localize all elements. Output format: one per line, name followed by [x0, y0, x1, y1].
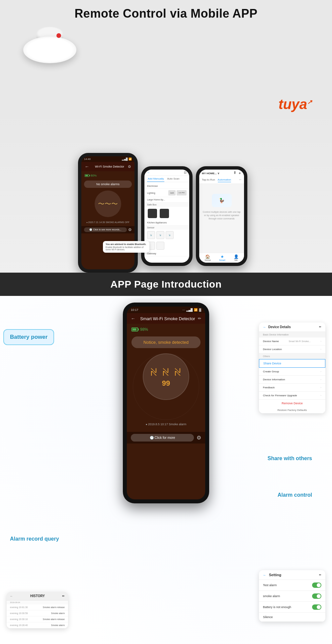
alarm-panel-silence[interactable]: Silence [259, 613, 325, 622]
phone2-safebox-devices [144, 207, 189, 220]
phone3-more-icon[interactable]: ··· [239, 178, 241, 182]
device-panel-device-info[interactable]: Device Information › [259, 376, 325, 384]
main-gear-icon[interactable]: ⚙ [197, 435, 201, 441]
phone2-back-icon[interactable]: ← [147, 171, 150, 174]
phone-frame-left: 14:40 ▂▄█ 📶 ← Wi-Fi Smoke Detector ⚙ 80% [78, 153, 138, 273]
phone3-nav-home-label: Home [205, 259, 211, 261]
phone2-safebox-label: Safe Box [144, 202, 189, 207]
phone2-large-home-label: Large Home Ap... [147, 198, 165, 201]
phone2-electrician-label: Electrician [147, 185, 158, 187]
phone3-tab-tapto[interactable]: Tap-to-Run [202, 178, 215, 182]
phone3-nav-home[interactable]: 🏠 Home [205, 254, 211, 261]
device-panel-remove-device[interactable]: Remove Device [259, 400, 325, 407]
phone2-list: Electrician Lighting Lock Lock PRO Large… [144, 182, 189, 258]
history-back-icon[interactable]: ← [10, 594, 13, 598]
main-clock-icon: 🕐 [150, 436, 155, 440]
alarm-panel-battery-toggle[interactable] [312, 604, 321, 610]
main-click-more-btn[interactable]: 🕐 Click for more [131, 434, 194, 442]
device-panel-firmware[interactable]: Check for Firmware Upgrade › [259, 392, 325, 400]
main-edit-icon[interactable]: ✏ [198, 316, 201, 321]
main-circle-area: ꋊꋊꋊ 99 [127, 353, 205, 420]
alarm-panel-edit-icon[interactable]: ✏ [319, 574, 321, 577]
main-phone-title: Smart Wi-Fi Smoke Detector [137, 316, 198, 321]
phone2-gateway-label: Gateway [147, 252, 156, 255]
top-title: Remote Control via Mobile APP [0, 0, 332, 21]
sensor-other-2 [156, 242, 164, 250]
phone3-nav-me-label: Me [234, 259, 238, 261]
phone1-more-records-btn[interactable]: 🕐 Click to see more records... [84, 227, 127, 232]
phone3-tab-auto[interactable]: Automation [218, 178, 231, 182]
device-panel-create-group-text: Create Group [263, 370, 279, 373]
phone2-tabs: Add Manually Auto Scan [144, 176, 189, 182]
main-notice-box: Notice, smoke detected [131, 336, 201, 348]
alarm-panel-smoke-toggle[interactable] [312, 593, 321, 599]
history-panel: ← HISTORY ✏ 2019-08-04 evening 19:81:30 … [7, 592, 68, 628]
phone3-nav-smart[interactable]: ★ Smart [219, 254, 225, 261]
phone1-battery-percent: 80% [91, 174, 97, 177]
device-panel-name-chevron[interactable]: › [320, 340, 321, 343]
phone3-nav-me[interactable]: 👤 Me [234, 254, 239, 261]
device-panel-header: ← Device Details ✏ [259, 322, 325, 332]
alarm-control-label: Alarm control [278, 492, 312, 498]
device-panel-feedback[interactable]: Feedback › [259, 384, 325, 392]
phone1-header: ← Wi-Fi Smoke Detector ⚙ [81, 162, 134, 171]
bluetooth-notif-body: Enable Bluetooth to facilitate addition … [106, 246, 147, 251]
bottom-title-bar: APP Page Introduction [0, 273, 332, 296]
device-panel-create-group[interactable]: Create Group › [259, 368, 325, 376]
device-panel-remove-text: Remove Device [282, 402, 303, 405]
battery-power-annotation: Battery power [3, 329, 54, 345]
phone1-back-icon[interactable]: ← [85, 164, 89, 169]
tuya-brand-text: tuya [279, 96, 307, 112]
alarm-panel-test-toggle[interactable] [312, 582, 321, 588]
device-panel-edit-icon[interactable]: ✏ [319, 325, 321, 328]
alarm-panel-test-text: Test alarm [263, 583, 277, 587]
alarm-panel-battery-text: Battery is not enough [263, 605, 291, 609]
main-battery-percent: 98% [140, 327, 148, 332]
main-battery-row: 98% [127, 324, 205, 334]
alarm-panel-battery[interactable]: Battery is not enough [259, 602, 325, 613]
phone1-statusbar: 14:40 ▂▄█ 📶 [81, 156, 134, 162]
device-panel-restore[interactable]: Restore Factory Defaults [259, 407, 325, 413]
history-event-4: evening 19:28:40 Smoke alarm [10, 624, 65, 626]
phone2-kitchen-item[interactable]: Kitchen Appliances [144, 220, 189, 225]
tuya-wifi-icon: ↗ [307, 99, 312, 105]
phone1-battery-fill [85, 175, 88, 176]
phone3-header: MY HOME... ∨ ⇧ ＋ [199, 170, 244, 177]
device-panel-share-device[interactable]: Share Device [259, 359, 325, 368]
phone3-upload-icon[interactable]: ⇧ [233, 171, 236, 176]
phone2-large-home-item[interactable]: Large Home Ap... [144, 197, 189, 202]
main-signal-dots: ··· [182, 308, 185, 312]
phone1-settings-icon[interactable]: ⚙ [128, 165, 131, 169]
main-back-icon[interactable]: ← [131, 316, 135, 321]
main-phone-screen: 10:17 ··· ▂▄█ 📶 ▓ ← Smart Wi-Fi Smoke De… [127, 307, 205, 499]
phone2-gateway-item[interactable]: Gateway [144, 251, 189, 256]
phone1-timestamp-text: 2020.7.21 14:39 SMOKE ALARMS OFF [88, 221, 129, 223]
main-content-area: Battery power 10:17 ··· ▂▄█ 📶 ▓ [0, 296, 332, 644]
phone2-lighting-devices: Lock Lock PRO [168, 190, 187, 195]
alarm-panel-smoke-alarm[interactable]: smoke alarm [259, 591, 325, 602]
main-click-more-text: Click for more [155, 436, 175, 440]
device-panel-feedback-text: Feedback [263, 386, 275, 389]
main-phone-status-icons: ··· ▂▄█ 📶 ▓ [182, 308, 201, 312]
phone3-plus-icon[interactable]: ＋ [238, 171, 241, 176]
history-time-4: evening 19:28:40 [10, 624, 28, 626]
phone1-battery-row: 80% [81, 171, 134, 179]
history-time-2: evening 19:30:59 [10, 612, 28, 614]
phone2-electrician-item[interactable]: Electrician [144, 184, 189, 189]
top-section: Remote Control via Mobile APP tuya↗ 14:4… [0, 0, 332, 273]
phone2-tab-scan[interactable]: Auto Scan [166, 176, 180, 182]
main-battery-icon [131, 327, 138, 331]
phone2-lighting-item[interactable]: Lighting Lock Lock PRO [144, 189, 189, 197]
phone2-tab-add[interactable]: Add Manually [147, 176, 164, 182]
device-panel-location-label: Device Location [263, 348, 282, 351]
alarm-panel-header: ← Setting ✏ [259, 570, 325, 580]
device-panel-location-row[interactable]: Device Location › [259, 345, 325, 353]
alarm-panel-test-alarm[interactable]: Test alarm [259, 580, 325, 591]
device-panel-back-icon[interactable]: ← [263, 325, 266, 329]
alarm-panel-back-icon[interactable]: ← [263, 573, 266, 577]
phone2-sensor-devices-2 [144, 240, 189, 251]
phone1-gear-icon[interactable]: ⚙ [128, 227, 132, 232]
alarm-record-query-label: Alarm record query [10, 536, 59, 542]
phone-large-left: 14:40 ▂▄█ 📶 ← Wi-Fi Smoke Detector ⚙ 80% [78, 153, 138, 273]
history-edit-icon[interactable]: ✏ [62, 594, 65, 598]
